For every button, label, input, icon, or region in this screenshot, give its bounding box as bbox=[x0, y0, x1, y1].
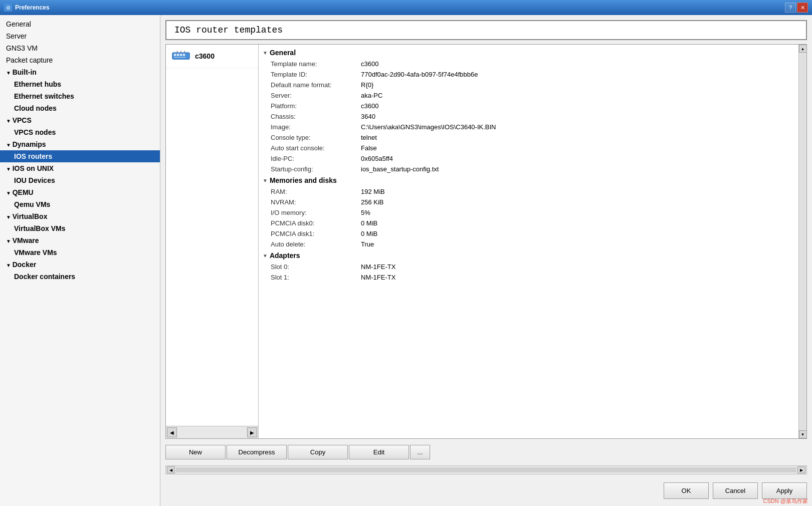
detail-value: 770df0ac-2d90-4afa-b097-5f74e4fbbb6e bbox=[361, 71, 478, 78]
help-button[interactable]: ? bbox=[785, 3, 796, 13]
detail-value: 3640 bbox=[361, 113, 375, 120]
detail-label: Platform: bbox=[271, 102, 361, 110]
sidebar-item-virtualbox[interactable]: VirtualBox bbox=[0, 210, 160, 222]
sidebar-item-general[interactable]: General bbox=[0, 18, 160, 30]
section-label-adapters: Adapters bbox=[270, 251, 300, 260]
detail-label: Startup-config: bbox=[271, 165, 361, 173]
sidebar-item-vpcs[interactable]: VPCS bbox=[0, 114, 160, 126]
detail-value: c3600 bbox=[361, 60, 378, 68]
copy-button[interactable]: Copy bbox=[288, 445, 348, 459]
sidebar-item-qemu[interactable]: QEMU bbox=[0, 186, 160, 198]
svg-rect-2 bbox=[177, 54, 179, 56]
list-scroll-controls: ◀ ▶ bbox=[166, 426, 258, 438]
sidebar-item-builtin[interactable]: Built-in bbox=[0, 66, 160, 78]
section-label-general: General bbox=[270, 49, 296, 57]
sidebar-item-virtualboxvms[interactable]: VirtualBox VMs bbox=[0, 222, 160, 234]
detail-value: 256 KiB bbox=[361, 198, 384, 206]
content-area: c3600 ◀ ▶ ▼GeneralTemplate name:c3600Tem… bbox=[165, 44, 807, 439]
svg-rect-1 bbox=[174, 54, 176, 56]
detail-label: Slot 0: bbox=[271, 263, 361, 271]
svg-rect-5 bbox=[174, 57, 186, 58]
section-arrow-memories: ▼ bbox=[263, 178, 268, 183]
sidebar-item-qemuvms[interactable]: Qemu VMs bbox=[0, 198, 160, 210]
section-header-general[interactable]: ▼General bbox=[263, 47, 794, 59]
detail-label: Slot 1: bbox=[271, 274, 361, 281]
action-buttons-row: New Decompress Copy Edit ... bbox=[165, 443, 807, 461]
detail-value: ios_base_startup-config.txt bbox=[361, 165, 439, 173]
title-bar: ⚙ Preferences ? ✕ bbox=[0, 0, 812, 15]
detail-label: Chassis: bbox=[271, 113, 361, 120]
vertical-scrollbar[interactable]: ▲ ▼ bbox=[798, 45, 806, 438]
sidebar-item-ethernethubs[interactable]: Ethernet hubs bbox=[0, 78, 160, 90]
detail-label: Console type: bbox=[271, 134, 361, 141]
sidebar-item-iosonunix[interactable]: IOS on UNIX bbox=[0, 162, 160, 174]
more-button[interactable]: ... bbox=[410, 445, 430, 459]
right-panel: IOS router templates c3600 ◀ ▶ ▼GeneralT… bbox=[160, 15, 812, 506]
scroll-right-button[interactable]: ▶ bbox=[247, 427, 257, 437]
section-header-adapters[interactable]: ▼Adapters bbox=[263, 249, 794, 262]
router-icon bbox=[171, 49, 191, 64]
detail-row: Platform:c3600 bbox=[263, 101, 794, 111]
h-scroll-left[interactable]: ◀ bbox=[167, 466, 175, 473]
apply-button[interactable]: Apply bbox=[762, 482, 807, 499]
detail-row: Template name:c3600 bbox=[263, 59, 794, 69]
template-list: c3600 bbox=[166, 45, 258, 426]
sidebar-item-vmware[interactable]: VMware bbox=[0, 234, 160, 246]
main-container: GeneralServerGNS3 VMPacket captureBuilt-… bbox=[0, 15, 812, 506]
section-header-memories[interactable]: ▼Memories and disks bbox=[263, 174, 794, 186]
edit-button[interactable]: Edit bbox=[349, 445, 409, 459]
detail-value: True bbox=[361, 240, 374, 248]
detail-value: 0 MiB bbox=[361, 230, 377, 237]
detail-row: Console type:telnet bbox=[263, 132, 794, 143]
detail-value: c3600 bbox=[361, 102, 378, 110]
detail-row: Server:aka-PC bbox=[263, 90, 794, 101]
new-button[interactable]: New bbox=[165, 445, 226, 459]
horizontal-scrollbar: ◀ ▶ bbox=[165, 465, 807, 474]
detail-row: Auto delete:True bbox=[263, 239, 794, 249]
sidebar-item-dockercontainers[interactable]: Docker containers bbox=[0, 271, 160, 283]
bottom-buttons: OK Cancel Apply bbox=[165, 478, 807, 501]
watermark: CSDN @菜鸟作家 bbox=[763, 497, 808, 505]
detail-row: RAM:192 MiB bbox=[263, 186, 794, 197]
sidebar-item-ioudevices[interactable]: IOU Devices bbox=[0, 174, 160, 186]
sidebar-item-vmwarevms[interactable]: VMware VMs bbox=[0, 246, 160, 259]
detail-row: PCMCIA disk0:0 MiB bbox=[263, 218, 794, 228]
scroll-down-button[interactable]: ▼ bbox=[799, 430, 807, 438]
detail-row: PCMCIA disk1:0 MiB bbox=[263, 228, 794, 239]
section-label-memories: Memories and disks bbox=[270, 176, 337, 184]
sidebar: GeneralServerGNS3 VMPacket captureBuilt-… bbox=[0, 15, 160, 506]
scroll-left-button[interactable]: ◀ bbox=[167, 427, 177, 437]
ok-button[interactable]: OK bbox=[664, 482, 709, 499]
detail-label: Auto delete: bbox=[271, 240, 361, 248]
detail-value: telnet bbox=[361, 134, 377, 141]
sidebar-item-docker[interactable]: Docker bbox=[0, 259, 160, 271]
details-panel: ▼GeneralTemplate name:c3600Template ID:7… bbox=[259, 45, 798, 438]
decompress-button[interactable]: Decompress bbox=[227, 445, 287, 459]
h-scroll-right[interactable]: ▶ bbox=[797, 466, 805, 473]
sidebar-item-server[interactable]: Server bbox=[0, 30, 160, 42]
cancel-button[interactable]: Cancel bbox=[713, 482, 758, 499]
template-list-container: c3600 ◀ ▶ bbox=[166, 45, 259, 438]
sidebar-item-cloudnodes[interactable]: Cloud nodes bbox=[0, 102, 160, 114]
close-button[interactable]: ✕ bbox=[797, 3, 808, 13]
detail-label: RAM: bbox=[271, 188, 361, 195]
detail-row: Startup-config:ios_base_startup-config.t… bbox=[263, 164, 794, 174]
detail-value: 0x605a5ff4 bbox=[361, 155, 393, 162]
detail-label: Template name: bbox=[271, 60, 361, 68]
section-arrow-general: ▼ bbox=[263, 50, 268, 56]
sidebar-item-gns3vm[interactable]: GNS3 VM bbox=[0, 42, 160, 54]
sidebar-item-iosrouters[interactable]: IOS routers bbox=[0, 150, 160, 162]
sidebar-item-dynamips[interactable]: Dynamips bbox=[0, 138, 160, 150]
detail-label: Server: bbox=[271, 92, 361, 99]
scroll-up-button[interactable]: ▲ bbox=[799, 45, 807, 53]
detail-label: NVRAM: bbox=[271, 198, 361, 206]
details-wrapper: ▼GeneralTemplate name:c3600Template ID:7… bbox=[259, 45, 806, 438]
sidebar-item-ethernetswitches[interactable]: Ethernet switches bbox=[0, 90, 160, 102]
detail-row: Chassis:3640 bbox=[263, 111, 794, 122]
sidebar-item-vpcsnodes[interactable]: VPCS nodes bbox=[0, 126, 160, 138]
sidebar-item-packetcapture[interactable]: Packet capture bbox=[0, 54, 160, 66]
detail-label: Image: bbox=[271, 123, 361, 131]
template-item-c3600[interactable]: c3600 bbox=[166, 45, 258, 68]
title-bar-left: ⚙ Preferences bbox=[4, 4, 50, 12]
template-name: c3600 bbox=[195, 52, 215, 60]
